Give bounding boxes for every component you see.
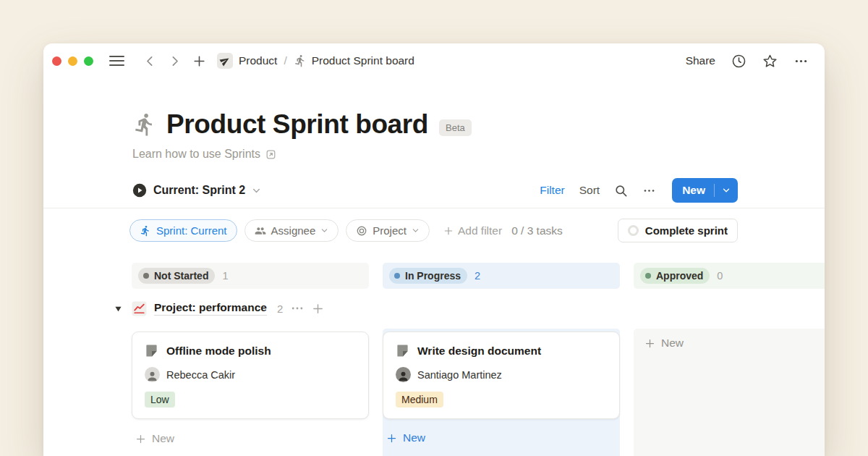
breadcrumb-separator: / bbox=[284, 54, 286, 67]
group-add-icon[interactable] bbox=[312, 303, 324, 315]
filter-button[interactable]: Filter bbox=[540, 184, 564, 197]
product-teamspace-icon[interactable] bbox=[217, 53, 233, 69]
page-icon bbox=[145, 344, 158, 358]
sprint-selector-label: Current: Sprint 2 bbox=[153, 184, 245, 197]
breadcrumb-page[interactable]: Product Sprint board bbox=[312, 54, 414, 67]
status-dot bbox=[394, 273, 400, 279]
column-header-not-started[interactable]: Not Started 1 bbox=[132, 263, 369, 289]
close-window-button[interactable] bbox=[52, 56, 61, 66]
priority-tag: Low bbox=[145, 392, 175, 408]
sprint-board: Not Started 1 In Progress 2 Approved 0 P… bbox=[132, 263, 825, 456]
breadcrumb: Product / Product Sprint board bbox=[239, 54, 414, 67]
assignee-filter-chip[interactable]: Assignee bbox=[244, 219, 339, 242]
new-page-icon[interactable] bbox=[191, 53, 207, 69]
card-assignee: Rebecca Cakir bbox=[145, 367, 356, 382]
card-title: Offline mode polish bbox=[166, 345, 271, 358]
new-card-button-approved[interactable]: New bbox=[641, 333, 825, 353]
card-title: Write design document bbox=[417, 345, 541, 358]
filter-bar: Sprint: Current Assignee Project Add fil… bbox=[129, 219, 738, 242]
sprint-play-icon bbox=[132, 183, 147, 198]
external-link-icon bbox=[265, 149, 276, 160]
column-count: 0 bbox=[717, 270, 723, 282]
plus-icon bbox=[135, 434, 146, 444]
page-runner-icon bbox=[132, 112, 157, 137]
status-dot bbox=[143, 273, 149, 279]
column-in-progress: Write design document Santiago Martinez … bbox=[383, 329, 620, 456]
group-count: 2 bbox=[277, 303, 283, 315]
collapse-triangle-icon[interactable] bbox=[114, 305, 122, 313]
runner-icon bbox=[294, 54, 307, 67]
search-icon[interactable] bbox=[614, 184, 628, 198]
view-bar: Current: Sprint 2 Filter Sort New bbox=[132, 178, 738, 203]
sprints-help-link-label: Learn how to use Sprints bbox=[132, 148, 260, 161]
new-card-label: New bbox=[403, 431, 425, 444]
more-options-icon[interactable] bbox=[793, 54, 809, 69]
group-more-icon[interactable] bbox=[290, 301, 305, 316]
share-button[interactable]: Share bbox=[686, 54, 715, 67]
new-button-label: New bbox=[672, 184, 714, 197]
back-icon[interactable] bbox=[142, 53, 158, 69]
sprint-selector[interactable]: Current: Sprint 2 bbox=[132, 183, 261, 198]
beta-badge: Beta bbox=[439, 119, 472, 136]
new-card-button-in-progress[interactable]: New bbox=[383, 428, 620, 448]
group-header-project-performance: Project: performance 2 bbox=[114, 294, 825, 323]
add-filter-label: Add filter bbox=[458, 224, 502, 237]
project-filter-chip-label: Project bbox=[373, 224, 407, 237]
assignee-name: Rebecca Cakir bbox=[166, 369, 235, 381]
traffic-lights bbox=[52, 56, 93, 66]
new-card-label: New bbox=[152, 432, 174, 445]
task-progress-label: 0 / 3 tasks bbox=[511, 224, 563, 237]
column-label: Approved bbox=[656, 270, 703, 282]
page-header: Product Sprint board Beta Learn how to u… bbox=[43, 109, 825, 161]
forward-icon[interactable] bbox=[166, 53, 182, 69]
card-write-design-document[interactable]: Write design document Santiago Martinez … bbox=[383, 332, 620, 419]
avatar bbox=[396, 367, 411, 382]
priority-tag: Medium bbox=[396, 392, 443, 408]
complete-sprint-label: Complete sprint bbox=[645, 224, 728, 237]
chart-icon bbox=[132, 301, 147, 316]
plus-icon bbox=[644, 338, 655, 349]
status-dot bbox=[645, 273, 651, 279]
group-label[interactable]: Project: performance bbox=[154, 301, 267, 316]
divider bbox=[43, 208, 825, 208]
clock-icon[interactable] bbox=[731, 54, 746, 69]
minimize-window-button[interactable] bbox=[68, 56, 77, 66]
avatar bbox=[145, 367, 160, 382]
board-column-bodies: Offline mode polish Rebecca Cakir Low Ne… bbox=[132, 329, 825, 456]
project-filter-chip[interactable]: Project bbox=[346, 219, 430, 242]
plus-icon bbox=[443, 226, 454, 236]
column-count: 1 bbox=[222, 270, 228, 282]
breadcrumb-teamspace[interactable]: Product bbox=[239, 54, 277, 67]
progress-ring-icon bbox=[628, 225, 639, 236]
column-count: 2 bbox=[475, 270, 480, 282]
new-card-label: New bbox=[661, 337, 684, 350]
assignee-filter-chip-label: Assignee bbox=[271, 224, 316, 237]
favorite-star-icon[interactable] bbox=[762, 54, 778, 69]
sprint-filter-chip[interactable]: Sprint: Current bbox=[129, 219, 237, 242]
column-not-started: Offline mode polish Rebecca Cakir Low Ne… bbox=[132, 329, 369, 456]
sprints-help-link[interactable]: Learn how to use Sprints bbox=[132, 148, 825, 161]
column-header-approved[interactable]: Approved 0 bbox=[634, 263, 825, 289]
plus-icon bbox=[386, 433, 397, 444]
new-card-button-not-started[interactable]: New bbox=[132, 428, 369, 449]
target-icon bbox=[356, 225, 367, 237]
sort-button[interactable]: Sort bbox=[579, 184, 600, 197]
column-header-in-progress[interactable]: In Progress 2 bbox=[383, 263, 620, 289]
zoom-window-button[interactable] bbox=[84, 56, 93, 66]
column-approved: New bbox=[634, 329, 825, 456]
chevron-down-icon bbox=[252, 186, 261, 195]
complete-sprint-button[interactable]: Complete sprint bbox=[618, 219, 738, 242]
new-button-chevron-icon[interactable] bbox=[715, 186, 738, 195]
chevron-down-icon bbox=[412, 227, 420, 235]
view-more-icon[interactable] bbox=[642, 184, 656, 198]
column-label: Not Started bbox=[154, 270, 208, 282]
chevron-down-icon bbox=[320, 227, 328, 235]
card-assignee: Santiago Martinez bbox=[396, 367, 607, 382]
column-label: In Progress bbox=[405, 270, 461, 282]
new-button[interactable]: New bbox=[672, 178, 738, 203]
add-filter-button[interactable]: Add filter bbox=[443, 224, 502, 237]
card-offline-mode-polish[interactable]: Offline mode polish Rebecca Cakir Low bbox=[132, 332, 369, 419]
sidebar-menu-icon[interactable] bbox=[109, 56, 124, 66]
page-title: Product Sprint board bbox=[166, 109, 428, 140]
sprint-filter-chip-label: Sprint: Current bbox=[156, 224, 227, 237]
